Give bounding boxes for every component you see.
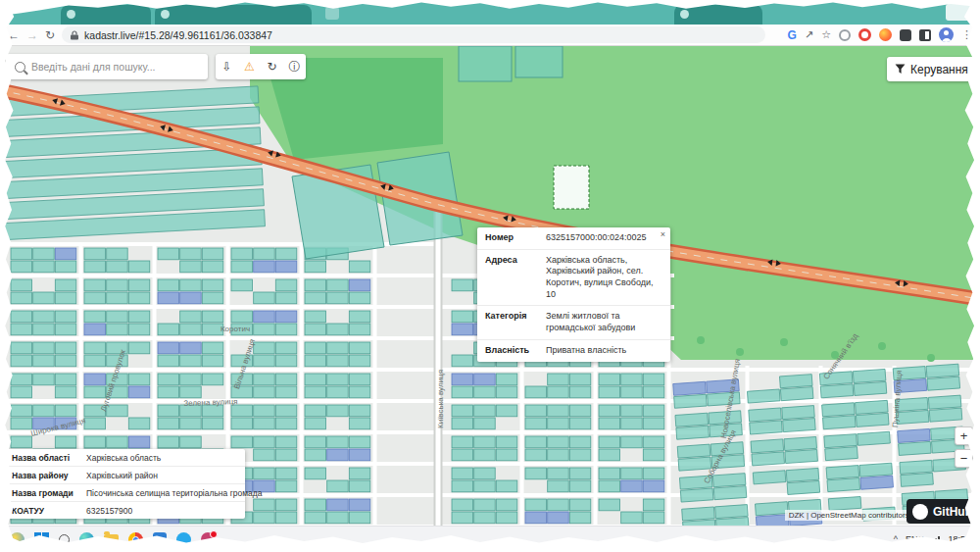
parcel[interactable]	[621, 405, 643, 417]
parcel[interactable]	[621, 480, 643, 492]
parcel[interactable]	[548, 386, 569, 398]
parcel[interactable]	[474, 449, 496, 461]
parcel[interactable]	[525, 436, 547, 448]
tabbar-control[interactable]	[946, 4, 971, 21]
parcel[interactable]	[128, 261, 150, 273]
parcel[interactable]	[84, 418, 106, 429]
parcel[interactable]	[254, 261, 275, 273]
parcel[interactable]	[349, 311, 370, 323]
parcel[interactable]	[496, 449, 517, 461]
notification-app-icon[interactable]	[201, 532, 215, 546]
parcel[interactable]	[305, 512, 326, 524]
parcel[interactable]	[901, 473, 934, 486]
parcel[interactable]	[107, 405, 128, 417]
parcel[interactable]	[452, 311, 473, 323]
parcel[interactable]	[202, 292, 223, 304]
parcel[interactable]	[11, 355, 32, 367]
parcel[interactable]	[84, 248, 106, 260]
parcel[interactable]	[621, 512, 643, 524]
parcel[interactable]	[675, 413, 709, 427]
parcel[interactable]	[927, 376, 960, 390]
parcel[interactable]	[548, 449, 569, 461]
parcel[interactable]	[275, 480, 297, 492]
parcel[interactable]	[525, 499, 547, 511]
parcel[interactable]	[275, 311, 297, 323]
parcel[interactable]	[859, 463, 893, 477]
start-button[interactable]	[34, 532, 49, 547]
parcel[interactable]	[33, 355, 55, 367]
parcel[interactable]	[180, 355, 202, 367]
parcel[interactable]	[569, 418, 591, 429]
parcel[interactable]	[569, 468, 591, 479]
parcel[interactable]	[896, 410, 929, 424]
file-explorer-icon[interactable]	[104, 534, 119, 545]
parcel[interactable]	[128, 342, 150, 354]
parcel[interactable]	[254, 405, 275, 417]
parcel[interactable]	[349, 261, 370, 273]
profile-avatar[interactable]	[939, 27, 954, 42]
parcel[interactable]	[254, 311, 275, 323]
parcel[interactable]	[158, 355, 179, 367]
edge-icon[interactable]	[79, 532, 94, 547]
tray-chevron-icon[interactable]: ^	[894, 534, 898, 544]
parcel[interactable]	[55, 436, 76, 448]
parcel[interactable]	[327, 279, 349, 291]
parcel[interactable]	[786, 468, 819, 481]
parcel[interactable]	[327, 386, 349, 398]
network-icon[interactable]	[932, 536, 940, 543]
parcel[interactable]	[782, 406, 815, 420]
browser-tab[interactable]	[155, 5, 312, 25]
parcel[interactable]	[158, 374, 179, 385]
parcel[interactable]	[254, 374, 275, 385]
parcel[interactable]	[254, 499, 275, 511]
parcel[interactable]	[599, 436, 620, 448]
parcel[interactable]	[452, 355, 473, 367]
parcel[interactable]	[128, 311, 150, 323]
parcel[interactable]	[107, 279, 128, 291]
parcel[interactable]	[452, 418, 473, 429]
parcel[interactable]	[824, 434, 858, 448]
parcel[interactable]	[826, 466, 859, 479]
parcel[interactable]	[474, 418, 496, 429]
parcel[interactable]	[452, 468, 473, 479]
parcel[interactable]	[569, 512, 591, 524]
parcel[interactable]	[900, 460, 933, 474]
parcel[interactable]	[231, 248, 253, 260]
parcel[interactable]	[599, 418, 620, 429]
parcel[interactable]	[548, 418, 569, 429]
parcel[interactable]	[254, 468, 275, 479]
warning-button[interactable]: ⚠	[238, 54, 261, 79]
parcel[interactable]	[55, 386, 76, 398]
parcel[interactable]	[202, 418, 223, 429]
firefox-extension-icon[interactable]	[879, 28, 892, 41]
parcel[interactable]	[452, 499, 473, 511]
parcel[interactable]	[158, 436, 179, 448]
parcel[interactable]	[828, 496, 861, 510]
parcel[interactable]	[305, 405, 326, 417]
parcel[interactable]	[474, 468, 496, 479]
parcel[interactable]	[854, 381, 887, 395]
parcel[interactable]	[128, 292, 150, 304]
parcel[interactable]	[158, 342, 179, 354]
parcel[interactable]	[231, 311, 253, 323]
parcel[interactable]	[474, 436, 496, 448]
parcel[interactable]	[820, 384, 854, 398]
parcel[interactable]	[158, 418, 179, 429]
parcel[interactable]	[677, 444, 710, 458]
parcel[interactable]	[254, 386, 275, 398]
parcel[interactable]	[349, 436, 370, 448]
parcel[interactable]	[599, 468, 620, 479]
parcel[interactable]	[349, 292, 370, 304]
parcel[interactable]	[747, 389, 780, 403]
parcel[interactable]	[55, 374, 76, 385]
parcel[interactable]	[275, 342, 297, 354]
parcel[interactable]	[525, 449, 547, 461]
parcel[interactable]	[674, 394, 708, 408]
parcel[interactable]	[11, 324, 32, 335]
parcel[interactable]	[750, 421, 783, 434]
parcel[interactable]	[55, 311, 76, 323]
bookmark-star-icon[interactable]: ☆	[821, 29, 831, 40]
refresh-button[interactable]: ↻	[261, 54, 283, 79]
parcel[interactable]	[55, 248, 76, 260]
parcel[interactable]	[254, 248, 275, 260]
